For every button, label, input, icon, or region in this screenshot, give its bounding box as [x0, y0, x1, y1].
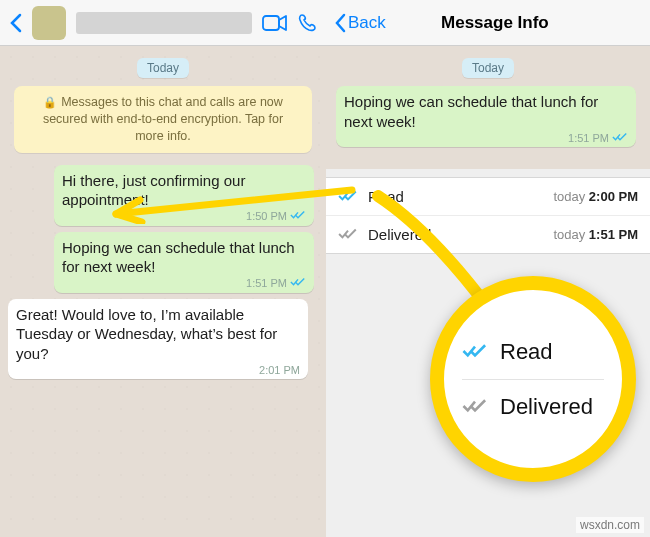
svg-rect-0 [263, 16, 279, 30]
encryption-notice[interactable]: 🔒Messages to this chat and calls are now… [14, 86, 312, 153]
receipt-time: 1:51 PM [589, 227, 638, 242]
receipt-label: Read [368, 188, 553, 205]
back-icon[interactable] [8, 13, 22, 33]
video-call-icon[interactable] [262, 14, 288, 32]
read-ticks-icon [462, 339, 488, 365]
message-in[interactable]: Great! Would love to, I’m available Tues… [8, 299, 308, 380]
message-text: Great! Would love to, I’m available Tues… [16, 306, 277, 362]
message-text: Hi there, just confirming our appointmen… [62, 172, 245, 209]
message-text: Hoping we can schedule that lunch for ne… [344, 93, 598, 130]
receipt-row-read: Read today 2:00 PM [326, 178, 650, 216]
receipt-label: Delivered [368, 226, 553, 243]
message-out[interactable]: Hi there, just confirming our appointmen… [54, 165, 314, 226]
zoom-label: Delivered [500, 394, 593, 420]
chat-body: Today 🔒Messages to this chat and calls a… [0, 46, 326, 537]
zoom-label: Read [500, 339, 553, 365]
receipt-time: 2:00 PM [589, 189, 638, 204]
message-time: 1:50 PM [246, 209, 287, 223]
read-ticks-icon [290, 276, 306, 290]
message-time: 1:51 PM [246, 276, 287, 290]
avatar[interactable] [32, 6, 66, 40]
day-chip: Today [137, 58, 189, 78]
encryption-text: Messages to this chat and calls are now … [43, 95, 283, 143]
message-time: 1:51 PM [568, 131, 609, 145]
delivered-ticks-icon [338, 226, 358, 243]
chat-screen: Today 🔒Messages to this chat and calls a… [0, 0, 326, 537]
watermark: wsxdn.com [576, 517, 644, 533]
message-out[interactable]: Hoping we can schedule that lunch for ne… [54, 232, 314, 293]
info-header: Back Message Info [326, 0, 650, 46]
zoom-row-delivered: Delivered [462, 394, 604, 420]
day-chip: Today [462, 58, 514, 78]
read-ticks-icon [612, 131, 628, 145]
annotation-zoom-circle: Read Delivered [430, 276, 636, 482]
receipt-row-delivered: Delivered today 1:51 PM [326, 216, 650, 253]
voice-call-icon[interactable] [298, 13, 318, 33]
message-time: 2:01 PM [259, 363, 300, 377]
receipt-list: Read today 2:00 PM Delivered today 1:51 … [326, 177, 650, 254]
read-ticks-icon [338, 188, 358, 205]
info-message-bubble: Hoping we can schedule that lunch for ne… [336, 86, 636, 147]
read-ticks-icon [290, 209, 306, 223]
chat-header [0, 0, 326, 46]
zoom-row-read: Read [462, 339, 604, 365]
message-text: Hoping we can schedule that lunch for ne… [62, 239, 295, 276]
lock-icon: 🔒 [43, 96, 57, 108]
delivered-ticks-icon [462, 394, 488, 420]
page-title: Message Info [348, 13, 642, 33]
contact-name-redacted[interactable] [76, 12, 252, 34]
divider [462, 379, 604, 380]
